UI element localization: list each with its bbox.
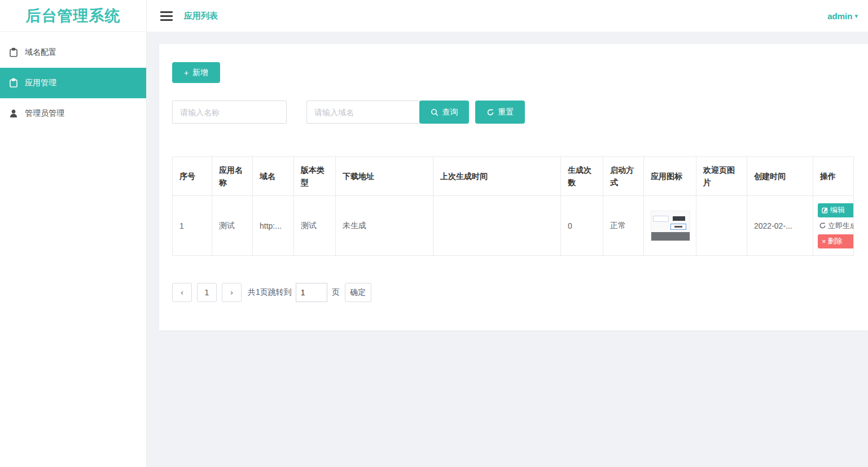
reset-button[interactable]: 重置 — [475, 101, 525, 124]
cell-actions: 编辑 — [813, 196, 854, 256]
generate-refresh-icon — [819, 222, 826, 229]
col-header-generate-count: 生成次数 — [561, 157, 603, 196]
sidebar-item-label: 管理员管理 — [25, 108, 64, 119]
search-button-label: 查询 — [442, 107, 458, 117]
user-dropdown[interactable]: admin ▾ — [827, 11, 858, 21]
app-list-card: + 新增 查询 — [159, 44, 868, 330]
person-icon — [8, 108, 19, 119]
delete-button-label: 删除 — [828, 236, 843, 246]
clipboard-icon — [8, 47, 19, 58]
generate-now-label: 立即生成 — [828, 221, 854, 231]
col-header-created-time: 创建时间 — [747, 157, 813, 196]
generate-now-button[interactable]: 立即生成 — [818, 221, 854, 231]
col-header-app-icon: 应用图标 — [644, 157, 696, 196]
page-jump-input[interactable] — [296, 283, 327, 302]
menu-toggle-icon[interactable] — [160, 11, 173, 21]
col-header-welcome-image: 欢迎页图片 — [696, 157, 747, 196]
plus-icon: + — [184, 68, 188, 77]
app-table: 序号 应用名称 域名 版本类型 下载地址 上次生成时间 生成次数 启动方式 应用… — [172, 156, 854, 256]
col-header-domain: 域名 — [253, 157, 294, 196]
chevron-right-icon: › — [230, 288, 234, 297]
edit-icon — [822, 207, 828, 213]
search-button[interactable]: 查询 — [419, 101, 469, 124]
confirm-button[interactable]: 确定 — [345, 283, 371, 302]
cell-generate-count: 0 — [561, 196, 603, 256]
cell-launch-mode: 正常 — [603, 196, 644, 256]
cell-created-time: 2022-02-... — [747, 196, 813, 256]
app-icon-thumbnail — [651, 211, 690, 241]
col-header-app-name: 应用名称 — [212, 157, 253, 196]
refresh-icon — [486, 108, 494, 116]
sidebar-item-domain-config[interactable]: 域名配置 — [0, 37, 146, 68]
confirm-button-label: 确定 — [350, 287, 366, 296]
app-logo: 后台管理系统 — [0, 0, 146, 32]
caret-down-icon: ▾ — [854, 12, 858, 20]
top-bar: 应用列表 admin ▾ — [147, 0, 868, 32]
sidebar-item-app-management[interactable]: 应用管理 — [0, 68, 146, 98]
admin-app: 后台管理系统 域名配置 应用管理 — [0, 0, 868, 467]
reset-button-label: 重置 — [498, 107, 514, 117]
search-icon — [431, 108, 439, 116]
add-button[interactable]: + 新增 — [172, 62, 220, 83]
edit-button[interactable]: 编辑 — [818, 203, 854, 217]
name-search-input[interactable] — [172, 101, 287, 124]
page-number: 1 — [204, 288, 209, 297]
chevron-left-icon: ‹ — [181, 288, 184, 297]
col-header-index: 序号 — [173, 157, 212, 196]
page-unit-label: 页 — [332, 287, 340, 298]
main-area: 应用列表 admin ▾ + 新增 — [147, 0, 868, 467]
cell-index: 1 — [173, 196, 212, 256]
sidebar-item-label: 应用管理 — [25, 78, 56, 88]
add-button-label: 新增 — [192, 68, 208, 78]
col-header-download-address: 下载地址 — [336, 157, 433, 196]
filter-row: 查询 重置 — [172, 101, 868, 124]
row-actions: 编辑 — [818, 203, 854, 248]
clipboard-icon — [8, 78, 19, 88]
app-table-wrap: 序号 应用名称 域名 版本类型 下载地址 上次生成时间 生成次数 启动方式 应用… — [172, 156, 868, 256]
page-jump-text: 共1页跳转到 — [248, 287, 292, 298]
prev-page-button[interactable]: ‹ — [172, 283, 192, 302]
close-x-icon: × — [822, 237, 826, 246]
col-header-version-type: 版本类型 — [294, 157, 336, 196]
next-page-button[interactable]: › — [222, 283, 242, 302]
cell-version-type: 测试 — [294, 196, 336, 256]
edit-button-label: 编辑 — [830, 205, 845, 215]
col-header-last-generated: 上次生成时间 — [433, 157, 561, 196]
username: admin — [827, 11, 852, 21]
table-row: 1 测试 http:... 测试 未生成 0 正常 — [173, 196, 854, 256]
cell-download-address: 未生成 — [336, 196, 433, 256]
cell-app-name: 测试 — [212, 196, 253, 256]
sidebar-menu: 域名配置 应用管理 管理员管理 — [0, 32, 146, 129]
cell-app-icon — [644, 196, 696, 256]
page-title: 应用列表 — [184, 11, 218, 21]
sidebar-item-label: 域名配置 — [25, 47, 56, 58]
delete-button[interactable]: × 删除 — [818, 234, 854, 248]
cell-domain: http:... — [253, 196, 294, 256]
sidebar: 后台管理系统 域名配置 应用管理 — [0, 0, 147, 467]
cell-welcome-image — [696, 196, 747, 256]
domain-search-input[interactable] — [306, 101, 420, 124]
sidebar-item-admin-management[interactable]: 管理员管理 — [0, 98, 146, 129]
page-number-button[interactable]: 1 — [197, 283, 217, 302]
col-header-launch-mode: 启动方式 — [603, 157, 644, 196]
col-header-actions: 操作 — [813, 157, 854, 196]
cell-last-generated — [433, 196, 561, 256]
content-area: + 新增 查询 — [147, 32, 868, 467]
pagination: ‹ 1 › 共1页跳转到 页 确定 — [172, 283, 868, 302]
table-header-row: 序号 应用名称 域名 版本类型 下载地址 上次生成时间 生成次数 启动方式 应用… — [173, 157, 854, 196]
